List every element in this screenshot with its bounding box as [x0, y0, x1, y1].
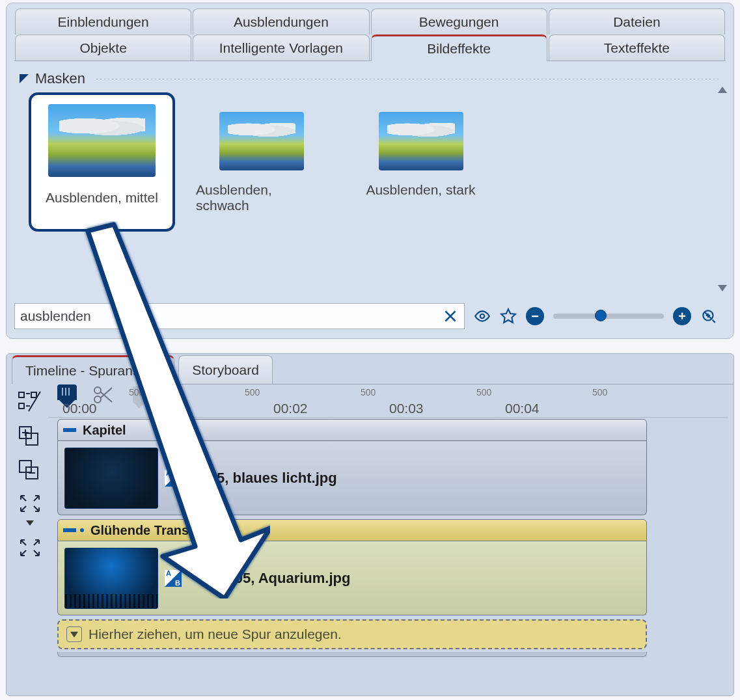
- effect-ausblenden-mittel[interactable]: Ausblenden, mittel: [29, 92, 175, 232]
- effect-preview-icon: [379, 112, 463, 170]
- tab-storyboard[interactable]: Storyboard: [178, 355, 273, 384]
- zoom-slider[interactable]: [553, 314, 664, 319]
- track-header-gluehende[interactable]: Glühende Transparenz: [57, 519, 647, 541]
- svg-rect-2: [19, 392, 24, 397]
- track-title: Kapitel: [83, 423, 126, 438]
- svg-point-0: [480, 314, 485, 319]
- tracks-container: Kapitel AB 00:05, blaues licht.jpg Glühe…: [57, 419, 647, 657]
- ruler-time: 00:03: [389, 401, 424, 416]
- tab-dateien[interactable]: Dateien: [549, 8, 725, 34]
- ruler-minor: 500: [592, 387, 607, 397]
- scroll-down-icon[interactable]: [718, 285, 727, 291]
- timeline-panel: Timeline - Spuransicht Storyboard 500 50…: [6, 353, 734, 696]
- clip-thumbnail: [64, 548, 158, 609]
- preview-eye-icon[interactable]: [474, 308, 491, 325]
- top-tab-row-2: Objekte Intelligente Vorlagen Bildeffekt…: [14, 34, 726, 61]
- track-title: Glühende Transparenz: [90, 523, 231, 538]
- tab-texteffekte[interactable]: Texteffekte: [549, 34, 725, 61]
- ruler-minor: 500: [361, 387, 376, 397]
- tool-add-track-icon[interactable]: [17, 424, 43, 448]
- new-track-dropzone[interactable]: Hierher ziehen, um neue Spur anzulegen.: [57, 619, 647, 649]
- search-input[interactable]: [20, 308, 442, 324]
- tool-remove-track-icon[interactable]: [17, 458, 43, 481]
- tracks-footer: [57, 652, 647, 657]
- ruler-time: 00:04: [505, 401, 540, 416]
- dropzone-arrow-icon: [66, 626, 82, 642]
- clip-thumbnail: [64, 448, 158, 509]
- effect-label: Ausblenden, mittel: [46, 190, 158, 206]
- tab-intelligente-vorlagen[interactable]: Intelligente Vorlagen: [193, 34, 369, 61]
- tab-timeline[interactable]: Timeline - Spuransicht: [12, 355, 174, 384]
- favorite-star-icon[interactable]: [500, 308, 517, 325]
- svg-rect-3: [19, 403, 24, 409]
- scroll-arrows: [718, 87, 730, 291]
- effect-preview-icon: [48, 104, 156, 177]
- tab-ausblendungen[interactable]: Ausblendungen: [193, 8, 369, 34]
- timeline-tool-column: [12, 386, 48, 690]
- motion-curve-icon: [188, 570, 208, 587]
- tool-fit-icon[interactable]: [17, 492, 43, 515]
- timeline-ruler[interactable]: 500 500 500 500 500 00:00 00:01 00:02 00…: [48, 386, 728, 418]
- tool-dropdown-icon[interactable]: [26, 520, 34, 526]
- effect-preview-icon: [219, 112, 304, 170]
- search-box: [14, 303, 465, 329]
- clip-label: 00:05, Aquarium.jpg: [214, 570, 350, 587]
- tab-bildeffekte[interactable]: Bildeffekte: [371, 34, 547, 61]
- dropzone-label: Hierher ziehen, um neue Spur anzulegen.: [89, 626, 342, 642]
- svg-rect-4: [31, 392, 36, 397]
- tab-objekte[interactable]: Objekte: [15, 34, 191, 61]
- tool-split-icon[interactable]: [17, 390, 43, 414]
- effect-thumbnails: Ausblenden, mittel Ausblenden, schwach A…: [29, 92, 733, 232]
- zoom-out-button[interactable]: −: [526, 307, 544, 325]
- section-header-masken: Masken: [20, 70, 720, 87]
- effect-label: Ausblenden, stark: [366, 182, 475, 198]
- tool-expand-icon[interactable]: [17, 536, 43, 559]
- effects-panel: Einblendungen Ausblendungen Bewegungen D…: [6, 3, 734, 339]
- section-title: Masken: [35, 70, 85, 87]
- timeline-area: 500 500 500 500 500 00:00 00:01 00:02 00…: [12, 386, 728, 690]
- tab-einblendungen[interactable]: Einblendungen: [15, 8, 191, 34]
- section-divider: [95, 78, 720, 80]
- track-header-kapitel[interactable]: Kapitel: [57, 419, 647, 441]
- track-body-kapitel[interactable]: AB 00:05, blaues licht.jpg: [57, 441, 647, 515]
- clip-label: 00:05, blaues licht.jpg: [188, 470, 337, 487]
- zoom-in-button[interactable]: +: [673, 307, 691, 325]
- collapse-bar-icon: [63, 428, 76, 432]
- effect-ausblenden-schwach[interactable]: Ausblenden, schwach: [188, 92, 335, 232]
- tab-bewegungen[interactable]: Bewegungen: [371, 8, 547, 34]
- ruler-time: 00:02: [273, 401, 308, 416]
- zoom-slider-knob[interactable]: [595, 310, 607, 321]
- ab-transition-icon: AB: [165, 570, 182, 587]
- effect-label: Ausblenden, schwach: [196, 182, 327, 213]
- scroll-up-icon[interactable]: [718, 87, 727, 93]
- ruler-time: 00:00: [62, 401, 97, 416]
- bottom-tabs: Timeline - Spuransicht Storyboard: [12, 355, 733, 384]
- timeline-main: 500 500 500 500 500 00:00 00:01 00:02 00…: [48, 386, 728, 690]
- clear-search-icon[interactable]: [442, 308, 459, 325]
- effect-ausblenden-stark[interactable]: Ausblenden, stark: [348, 92, 494, 232]
- track-body-gluehende[interactable]: AB 00:05, Aquarium.jpg: [57, 541, 647, 615]
- ruler-minor: 500: [129, 387, 144, 397]
- top-tab-row-1: Einblendungen Ausblendungen Bewegungen D…: [14, 8, 726, 34]
- zoom-reset-icon[interactable]: [700, 308, 717, 325]
- search-toolbar: − +: [14, 302, 726, 330]
- ab-transition-icon: AB: [165, 470, 182, 487]
- ruler-minor: 500: [476, 387, 491, 397]
- disclosure-icon[interactable]: [20, 74, 29, 83]
- collapse-bar-icon: [63, 528, 76, 532]
- ruler-minor: 500: [245, 387, 260, 397]
- ruler-time: 00:01: [158, 401, 192, 416]
